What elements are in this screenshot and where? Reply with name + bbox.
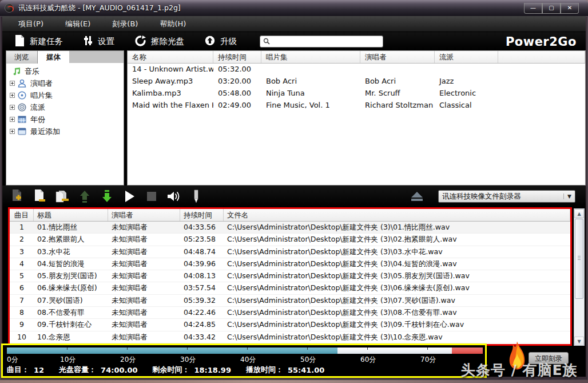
new-task-button[interactable]: 新建任务: [15, 35, 63, 48]
tick-label: 60分: [360, 355, 376, 365]
play-button[interactable]: [122, 189, 137, 204]
menu-burn[interactable]: 刻录(B): [105, 17, 145, 31]
playlist-row[interactable]: 303.水中花未知演唱者04:48.74C:\Users\Administrat…: [10, 246, 570, 258]
window-frame: 项目(P) 编辑(E) 刻录(B) 帮助(H) 新建任务 设置 擦除光盘: [0, 16, 588, 380]
client-area: 项目(P) 编辑(E) 刻录(B) 帮助(H) 新建任务 设置 擦除光盘: [2, 16, 586, 377]
app-icon: [5, 3, 14, 13]
playlist-row[interactable]: 1010.念亲恩未知演唱者04:33.42C:\Users\Administra…: [10, 331, 570, 343]
column-header[interactable]: 文件名: [224, 209, 570, 221]
play-time-value: 55:41.00: [288, 366, 324, 374]
remove-all-tracks-button[interactable]: [55, 189, 70, 204]
menu-bar: 项目(P) 编辑(E) 刻录(B) 帮助(H): [2, 16, 586, 32]
tree-item-music[interactable]: 音乐: [6, 65, 124, 77]
tree-item-year[interactable]: 年份: [6, 113, 124, 125]
status-line: 曲目： 12 光盘容量： 74:00.00 剩余时间： 18:18.99 播放时…: [7, 365, 339, 375]
column-header[interactable]: 演唱者: [360, 51, 435, 63]
scrollbar-thumb[interactable]: [575, 219, 583, 299]
upgrade-icon: [205, 35, 215, 48]
erase-disc-icon: [135, 35, 146, 48]
search-input[interactable]: [270, 38, 380, 46]
tick-label: 70分: [420, 355, 436, 365]
expand-plus-icon[interactable]: [10, 81, 15, 86]
menu-project[interactable]: 项目(P): [11, 17, 50, 31]
tree-item-recently-added[interactable]: 最近添加: [6, 125, 124, 137]
media-row[interactable]: Kalimba.mp305:48.00Ninja TunaMr. ScruffE…: [128, 88, 585, 100]
capacity-status-box: 0分 10分 20分 30分 40分 50分 60分 70分 曲目： 12 光盘…: [1, 343, 487, 378]
expand-plus-icon[interactable]: [10, 105, 15, 110]
media-row[interactable]: 14 - Unknown Artist.wav05:32.00: [128, 64, 585, 76]
playlist-row[interactable]: 101.情比雨丝未知演唱者04:33.56C:\Users\Administra…: [10, 222, 570, 234]
search-box[interactable]: [260, 35, 383, 48]
capacity-used-segment: [7, 348, 337, 354]
column-header[interactable]: 曲目: [10, 209, 34, 221]
chevron-down-icon: ▼: [563, 194, 575, 199]
tick-label: 20分: [120, 355, 136, 365]
tree-item-album[interactable]: 唱片集: [6, 89, 124, 101]
media-row[interactable]: Sleep Away.mp303:20.00Bob AcriBob AcriJa…: [128, 76, 585, 88]
minimize-button[interactable]: —: [524, 3, 542, 14]
column-header[interactable]: 名称: [128, 51, 213, 63]
media-row[interactable]: Maid with the Flaxen H...02:49.00Fine Mu…: [128, 100, 585, 112]
capacity-free-segment: [337, 348, 452, 354]
year-table-icon: [18, 115, 27, 124]
tick-label: 30分: [180, 355, 196, 365]
sliders-icon: [84, 35, 93, 48]
erase-disc-button[interactable]: 擦除光盘: [135, 35, 184, 48]
stop-button[interactable]: [144, 189, 159, 204]
tick-label: 50分: [300, 355, 316, 365]
column-header[interactable]: 持续时间: [213, 51, 261, 63]
close-button[interactable]: ✕: [561, 3, 579, 14]
expand-plus-icon[interactable]: [10, 129, 15, 134]
menu-help[interactable]: 帮助(H): [153, 17, 193, 31]
new-document-icon: [15, 35, 25, 48]
expand-plus-icon[interactable]: [10, 117, 15, 122]
playlist-row[interactable]: 707.哭砂(国语)未知演唱者05:39.32C:\Users\Administ…: [10, 295, 570, 307]
maximize-button[interactable]: ▢: [542, 3, 561, 14]
artist-icon: [18, 79, 27, 88]
eject-icon[interactable]: [410, 189, 424, 204]
playlist-row[interactable]: 808.不信爱有罪未知演唱者04:22.46C:\Users\Administr…: [10, 307, 570, 319]
tick-label: 0分: [7, 355, 18, 365]
menu-edit[interactable]: 编辑(E): [58, 17, 97, 31]
move-down-button[interactable]: [100, 189, 114, 204]
tick-label: 40分: [240, 355, 256, 365]
playlist-table: 曲目 标题 演唱者 持续时间 文件名 101.情比雨丝未知演唱者04:33.56…: [8, 207, 572, 346]
playlist-row[interactable]: 909.千枝针刺在心未知演唱者04:24.85C:\Users\Administ…: [10, 319, 570, 331]
edit-track-button[interactable]: [189, 189, 204, 204]
add-track-button[interactable]: [10, 189, 25, 204]
tracks-count: 12: [34, 366, 44, 374]
title-bar: 讯连科技威力酷烧 - [MY_AUDIO_061417_1.p2g] — ▢ ✕: [0, 0, 588, 16]
settings-button[interactable]: 设置: [84, 35, 114, 48]
upgrade-button[interactable]: 升级: [205, 35, 237, 48]
column-header[interactable]: 持续时间: [180, 209, 224, 221]
tree-item-genre[interactable]: 流派: [6, 101, 124, 113]
disc-capacity-bar: [7, 348, 483, 354]
column-header[interactable]: 唱片集: [261, 51, 360, 63]
column-header[interactable]: 演唱者: [108, 209, 180, 221]
tick-label: 10分: [60, 355, 76, 365]
media-table-header: 名称 持续时间 唱片集 演唱者 流派: [128, 51, 585, 64]
column-header[interactable]: 流派: [435, 51, 498, 63]
tab-media[interactable]: 媒体: [38, 51, 69, 64]
volume-button[interactable]: [166, 189, 181, 204]
play-time-label: 播放时间：: [246, 365, 283, 375]
column-header[interactable]: 标题: [34, 209, 108, 221]
playlist-row[interactable]: 606.缘来缘去(原创)未知演唱者03:57.54C:\Users\Admini…: [10, 282, 570, 294]
scroll-down-icon[interactable]: ▼: [574, 337, 584, 346]
tab-browse[interactable]: 浏览: [6, 51, 38, 64]
scroll-up-icon[interactable]: ▲: [574, 209, 584, 218]
track-toolbar: 讯连科技映像文件刻录器 ▼: [2, 185, 586, 207]
playlist-row[interactable]: 404.短暂的浪漫未知演唱者04:39.96C:\Users\Administr…: [10, 258, 570, 270]
tree-item-artist[interactable]: 演唱者: [6, 77, 124, 89]
disc-capacity-label: 光盘容量：: [59, 365, 96, 375]
expand-plus-icon[interactable]: [10, 93, 15, 98]
genre-disc-icon: [18, 103, 27, 112]
move-up-button[interactable]: [77, 189, 92, 204]
playlist-row[interactable]: 202.抱紧眼前人未知演唱者05:23.58C:\Users\Administr…: [10, 234, 570, 246]
remove-track-button[interactable]: [33, 189, 47, 204]
tracks-label: 曲目：: [7, 365, 29, 375]
burner-dropdown[interactable]: 讯连科技映像文件刻录器 ▼: [438, 190, 575, 203]
capacity-over-segment: [452, 348, 483, 354]
playlist-row[interactable]: 505.朋友别哭(国语)未知演唱者04:08.13C:\Users\Admini…: [10, 270, 570, 282]
playlist-scrollbar[interactable]: ▲ ▼: [574, 208, 585, 346]
